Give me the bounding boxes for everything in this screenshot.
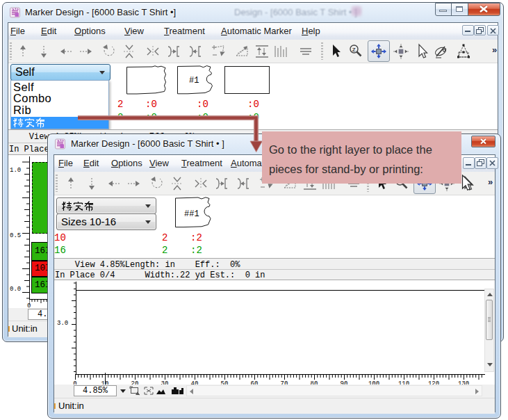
- svg-text:##1: ##1: [184, 209, 199, 219]
- svg-text:#1: #1: [189, 76, 199, 86]
